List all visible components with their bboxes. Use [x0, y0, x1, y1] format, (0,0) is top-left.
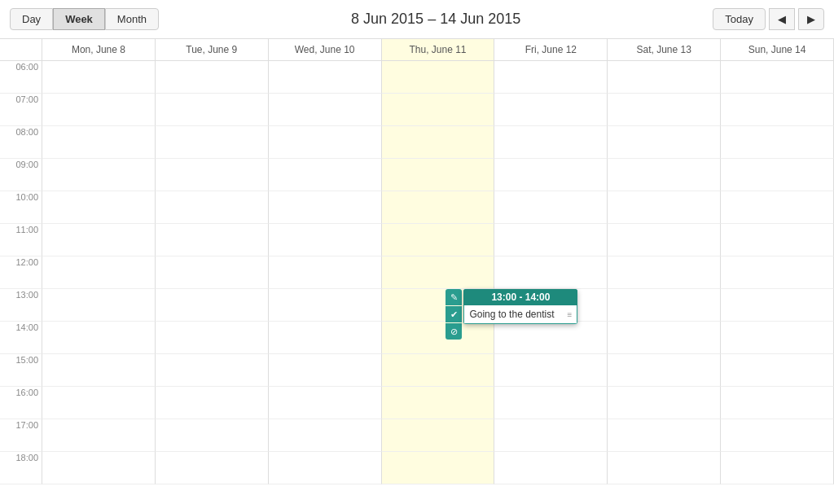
- cell-3-4[interactable]: [494, 159, 608, 191]
- cell-7-0[interactable]: [42, 289, 156, 322]
- event-confirm-button[interactable]: ✔: [446, 306, 462, 322]
- cell-12-3[interactable]: [382, 452, 495, 484]
- cell-12-4[interactable]: [494, 452, 608, 484]
- cell-9-5[interactable]: [608, 354, 721, 387]
- cell-0-3[interactable]: [382, 61, 495, 94]
- cell-2-0[interactable]: [42, 126, 156, 159]
- cell-7-2[interactable]: [269, 289, 382, 322]
- week-view-button[interactable]: Week: [53, 8, 105, 30]
- cell-8-6[interactable]: [721, 322, 834, 354]
- prev-week-button[interactable]: ◀: [769, 8, 795, 30]
- today-button[interactable]: Today: [713, 8, 766, 30]
- cell-2-5[interactable]: [608, 126, 721, 159]
- cell-6-4[interactable]: [494, 256, 608, 289]
- cell-10-6[interactable]: [721, 387, 834, 419]
- cell-6-3[interactable]: [382, 256, 495, 289]
- cell-3-6[interactable]: [721, 159, 834, 191]
- cell-1-6[interactable]: [721, 94, 834, 126]
- cell-3-3[interactable]: [382, 159, 495, 191]
- next-week-button[interactable]: ▶: [798, 8, 824, 30]
- cell-12-1[interactable]: [156, 452, 269, 484]
- cell-1-1[interactable]: [156, 94, 269, 126]
- cell-2-1[interactable]: [156, 126, 269, 159]
- cell-11-2[interactable]: [269, 419, 382, 452]
- event-delete-button[interactable]: ⊘: [446, 323, 462, 340]
- cell-10-3[interactable]: [382, 387, 495, 419]
- cell-12-2[interactable]: [269, 452, 382, 484]
- cell-6-1[interactable]: [156, 256, 269, 289]
- cell-9-6[interactable]: [721, 354, 834, 387]
- cell-11-4[interactable]: [494, 419, 608, 452]
- cell-11-0[interactable]: [42, 419, 156, 452]
- cell-11-6[interactable]: [721, 419, 834, 452]
- cell-10-2[interactable]: [269, 387, 382, 419]
- cell-1-5[interactable]: [608, 94, 721, 126]
- cell-6-0[interactable]: [42, 256, 156, 289]
- cell-9-0[interactable]: [42, 354, 156, 387]
- cell-0-5[interactable]: [608, 61, 721, 94]
- cell-7-4[interactable]: ✎✔⊘13:00 - 14:00Going to the dentist≡: [494, 289, 608, 322]
- cell-0-1[interactable]: [156, 61, 269, 94]
- cell-8-2[interactable]: [269, 322, 382, 354]
- cell-3-1[interactable]: [156, 159, 269, 191]
- event-card[interactable]: 13:00 - 14:00Going to the dentist≡: [463, 289, 577, 324]
- cell-5-0[interactable]: [42, 224, 156, 256]
- cell-4-4[interactable]: [494, 191, 608, 224]
- cell-6-2[interactable]: [269, 256, 382, 289]
- cell-4-2[interactable]: [269, 191, 382, 224]
- cell-6-5[interactable]: [608, 256, 721, 289]
- cell-7-5[interactable]: [608, 289, 721, 322]
- cell-1-2[interactable]: [269, 94, 382, 126]
- cell-1-4[interactable]: [494, 94, 608, 126]
- event-drag-handle[interactable]: ≡: [568, 310, 573, 319]
- cell-4-3[interactable]: [382, 191, 495, 224]
- time-grid[interactable]: 06:0007:0008:0009:0010:0011:0012:0013:00…: [0, 61, 834, 504]
- cell-10-0[interactable]: [42, 387, 156, 419]
- cell-6-6[interactable]: [721, 256, 834, 289]
- cell-4-5[interactable]: [608, 191, 721, 224]
- cell-2-6[interactable]: [721, 126, 834, 159]
- cell-2-2[interactable]: [269, 126, 382, 159]
- cell-9-1[interactable]: [156, 354, 269, 387]
- cell-0-0[interactable]: [42, 61, 156, 94]
- cell-5-4[interactable]: [494, 224, 608, 256]
- cell-4-6[interactable]: [721, 191, 834, 224]
- cell-8-5[interactable]: [608, 322, 721, 354]
- cell-8-1[interactable]: [156, 322, 269, 354]
- cell-4-1[interactable]: [156, 191, 269, 224]
- cell-8-0[interactable]: [42, 322, 156, 354]
- cell-10-1[interactable]: [156, 387, 269, 419]
- cell-11-1[interactable]: [156, 419, 269, 452]
- cell-3-5[interactable]: [608, 159, 721, 191]
- cell-4-0[interactable]: [42, 191, 156, 224]
- cell-11-5[interactable]: [608, 419, 721, 452]
- cell-11-3[interactable]: [382, 419, 495, 452]
- cell-9-4[interactable]: [494, 354, 608, 387]
- cell-2-4[interactable]: [494, 126, 608, 159]
- cell-12-6[interactable]: [721, 452, 834, 484]
- cell-1-3[interactable]: [382, 94, 495, 126]
- cell-7-6[interactable]: [721, 289, 834, 322]
- cell-1-0[interactable]: [42, 94, 156, 126]
- cell-0-4[interactable]: [494, 61, 608, 94]
- cell-2-3[interactable]: [382, 126, 495, 159]
- cell-10-4[interactable]: [494, 387, 608, 419]
- cell-3-2[interactable]: [269, 159, 382, 191]
- cell-12-0[interactable]: [42, 452, 156, 484]
- cell-5-3[interactable]: [382, 224, 495, 256]
- cell-5-2[interactable]: [269, 224, 382, 256]
- day-view-button[interactable]: Day: [10, 8, 53, 30]
- month-view-button[interactable]: Month: [105, 8, 159, 30]
- cell-9-2[interactable]: [269, 354, 382, 387]
- cell-7-1[interactable]: [156, 289, 269, 322]
- cell-0-6[interactable]: [721, 61, 834, 94]
- cell-10-5[interactable]: [608, 387, 721, 419]
- cell-3-0[interactable]: [42, 159, 156, 191]
- cell-0-2[interactable]: [269, 61, 382, 94]
- cell-12-5[interactable]: [608, 452, 721, 484]
- event-edit-button[interactable]: ✎: [446, 289, 462, 305]
- cell-5-5[interactable]: [608, 224, 721, 256]
- cell-9-3[interactable]: [382, 354, 495, 387]
- cell-5-1[interactable]: [156, 224, 269, 256]
- cell-5-6[interactable]: [721, 224, 834, 256]
